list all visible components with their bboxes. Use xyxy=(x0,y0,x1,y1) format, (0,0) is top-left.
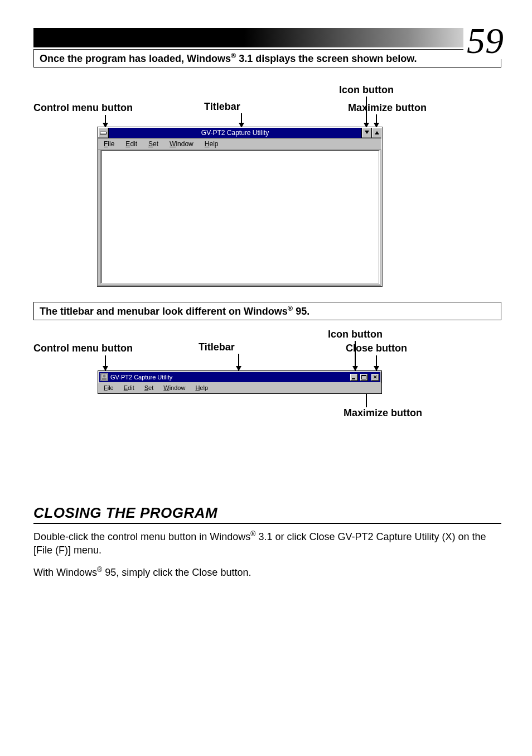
win95-title-text: GV-PT2 Capture Utility xyxy=(110,374,348,381)
arrow-down-icon xyxy=(241,113,242,127)
maximize-button[interactable] xyxy=(371,128,381,138)
win31-menubar: File Edit Set Window Help xyxy=(98,138,381,150)
menu-set-u: S xyxy=(144,384,148,391)
registered-mark: ® xyxy=(231,52,236,60)
menu-file[interactable]: File xyxy=(104,140,114,148)
label-maximize-button: Maximize button xyxy=(344,407,422,419)
svg-rect-2 xyxy=(102,378,107,380)
menu-edit[interactable]: Edit xyxy=(124,384,134,391)
intro-box-win31-prefix: Once the program has loaded, Windows xyxy=(40,53,231,64)
intro-box-win95-prefix: The titlebar and menubar look different … xyxy=(40,306,288,317)
win95-window: GV-PT2 Capture Utility File Edit Set Win… xyxy=(98,370,382,394)
win31-client-area xyxy=(100,150,379,283)
intro-box-win95: The titlebar and menubar look different … xyxy=(33,302,501,320)
control-menu-button[interactable] xyxy=(98,128,109,138)
menu-file-rest: ile xyxy=(108,384,114,391)
label-icon-button: Icon button xyxy=(339,84,394,96)
arrow-down-icon xyxy=(238,354,239,370)
menu-set[interactable]: Set xyxy=(144,384,154,391)
label-close-button: Close button xyxy=(346,343,407,354)
closing-p2-a: With Windows xyxy=(33,567,97,578)
registered-mark: ® xyxy=(97,566,102,574)
menu-window[interactable]: Window xyxy=(170,140,194,148)
menu-edit[interactable]: Edit xyxy=(125,140,137,148)
menu-help[interactable]: Help xyxy=(195,384,208,391)
intro-box-win31-suffix: 3.1 displays the screen shown below. xyxy=(236,53,417,64)
menu-edit-rest: dit xyxy=(130,140,137,148)
control-menu-icon[interactable] xyxy=(100,373,108,381)
win31-title-text: GV-PT2 Capture Utility xyxy=(109,128,361,138)
menu-file-rest: ile xyxy=(108,140,114,148)
menu-set-rest: et xyxy=(153,140,158,148)
label-titlebar: Titlebar xyxy=(204,101,240,113)
minimize-button[interactable] xyxy=(350,374,358,381)
closing-heading: CLOSING THE PROGRAM xyxy=(33,504,501,524)
header-band: 59 xyxy=(33,28,501,47)
win95-menubar: File Edit Set Window Help xyxy=(98,383,381,393)
menu-file-u: F xyxy=(104,384,108,391)
menu-edit-rest: dit xyxy=(128,384,134,391)
label-control-menu-button: Control menu button xyxy=(33,343,133,354)
menu-window-rest: indow xyxy=(170,384,186,391)
close-button[interactable] xyxy=(371,374,379,381)
arrow-down-icon xyxy=(376,355,377,370)
menu-set-rest: et xyxy=(148,384,153,391)
arrow-down-icon xyxy=(105,355,106,370)
menu-set-u: S xyxy=(148,140,153,148)
menu-help-rest: elp xyxy=(200,384,208,391)
label-control-menu-button: Control menu button xyxy=(33,102,133,114)
diagram-win95: Control menu button Titlebar Icon button… xyxy=(33,331,501,426)
diagram-win31: Control menu button Titlebar Icon button… xyxy=(33,79,501,302)
menu-window-rest: indow xyxy=(176,140,193,148)
menu-window-u: W xyxy=(170,140,176,148)
label-maximize-button: Maximize button xyxy=(348,102,427,114)
menu-window[interactable]: Window xyxy=(163,384,185,391)
closing-paragraph-1: Double-click the control menu button in … xyxy=(33,529,501,557)
menu-window-u: W xyxy=(163,384,169,391)
arrow-down-icon xyxy=(105,115,106,127)
menu-file[interactable]: File xyxy=(104,384,114,391)
maximize-button[interactable] xyxy=(360,374,368,381)
win31-titlebar: GV-PT2 Capture Utility xyxy=(98,128,381,138)
label-titlebar: Titlebar xyxy=(199,341,235,353)
arrow-down-icon xyxy=(376,114,377,127)
menu-help-rest: elp xyxy=(209,140,218,148)
label-icon-button: Icon button xyxy=(328,329,383,340)
menu-edit-u: E xyxy=(124,384,128,391)
win31-window: GV-PT2 Capture Utility File Edit Set Win… xyxy=(98,127,382,286)
closing-paragraph-2: With Windows® 95, simply click the Close… xyxy=(33,565,501,579)
win95-titlebar: GV-PT2 Capture Utility xyxy=(99,372,380,382)
menu-help[interactable]: Help xyxy=(205,140,219,148)
closing-p1-a: Double-click the control menu button in … xyxy=(33,531,250,542)
closing-p2-b: 95, simply click the Close button. xyxy=(102,567,251,578)
svg-point-1 xyxy=(103,375,106,378)
intro-box-win31: Once the program has loaded, Windows® 3.… xyxy=(33,49,501,68)
registered-mark: ® xyxy=(288,305,293,312)
page-number: 59 xyxy=(463,22,504,59)
minimize-button[interactable] xyxy=(361,128,371,138)
menu-set[interactable]: Set xyxy=(148,140,158,148)
intro-box-win95-suffix: 95. xyxy=(293,306,309,317)
